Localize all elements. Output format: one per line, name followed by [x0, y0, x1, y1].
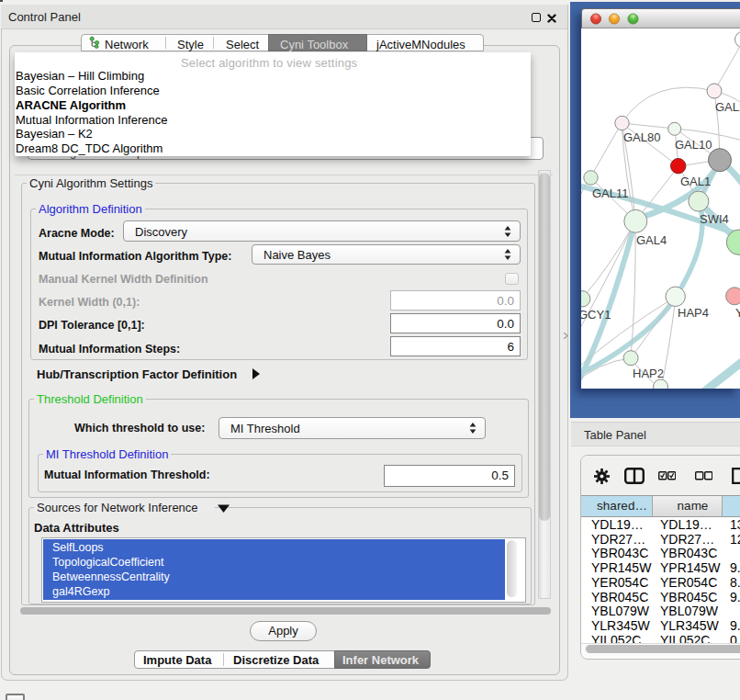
svg-text:GAL11: GAL11 [592, 186, 629, 200]
svg-text:GAL1: GAL1 [680, 175, 711, 188]
svg-text:GCY1: GCY1 [581, 308, 611, 322]
svg-text:GAL2: GAL2 [715, 100, 740, 114]
svg-text:HAP4: HAP4 [678, 306, 709, 320]
svg-text:GAL4: GAL4 [636, 233, 667, 247]
svg-text:GAL10: GAL10 [675, 138, 712, 152]
svg-text:Y: Y [735, 306, 740, 320]
svg-text:GAL80: GAL80 [623, 130, 660, 144]
svg-text:SWI4: SWI4 [700, 212, 729, 226]
svg-text:HAP2: HAP2 [633, 367, 664, 380]
